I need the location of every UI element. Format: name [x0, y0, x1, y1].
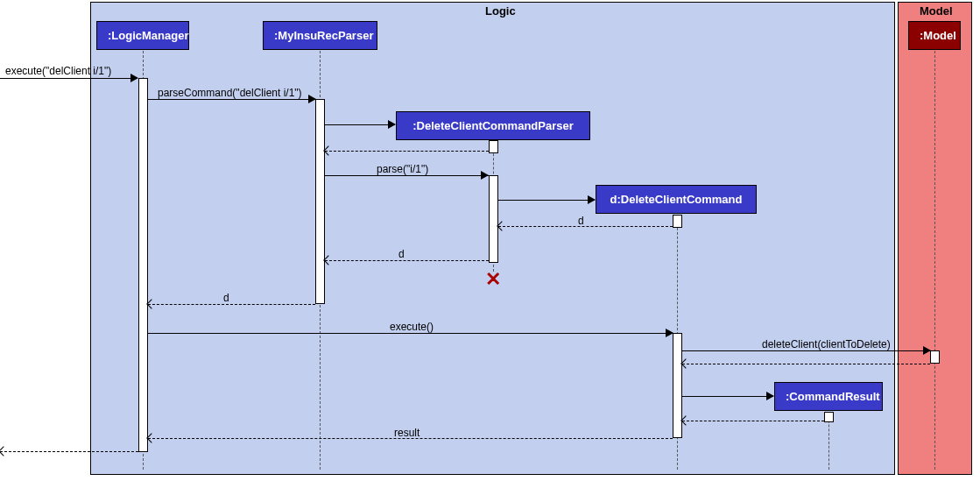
arrow-return-d3: [148, 304, 315, 305]
lifeline-model: [934, 51, 935, 470]
msg-parse-command: parseCommand("delClient i/1"): [158, 87, 302, 99]
activation-dcc-1: [673, 215, 682, 228]
arrow-parse-command: [148, 99, 316, 100]
arrow-result: [148, 438, 673, 439]
arrowhead-execute: [666, 329, 673, 337]
arrowhead-create-dcc: [588, 195, 596, 204]
sequence-diagram: Logic Model :LogicManager :MyInsuRecPars…: [0, 0, 980, 481]
arrow-return-cr: [682, 421, 824, 421]
msg-return-d2: d: [398, 248, 405, 260]
arrow-parse: [325, 175, 489, 176]
arrow-return-model: [682, 364, 930, 364]
frame-logic-label: Logic: [485, 4, 516, 18]
participant-logic-manager: :LogicManager: [96, 21, 189, 50]
activation-cr: [824, 412, 834, 422]
destroy-icon: ✕: [485, 268, 501, 291]
arrow-execute-in: [0, 78, 137, 79]
msg-execute: execute(): [390, 321, 434, 333]
activation-model: [930, 350, 940, 364]
activation-dcc-2: [673, 333, 682, 438]
arrowhead-create-dccp: [388, 120, 396, 129]
arrow-create-dccp: [325, 124, 395, 125]
activation-dccp-2: [489, 175, 498, 263]
arrow-return-out: [0, 451, 138, 452]
arrow-create-cr: [682, 396, 773, 397]
msg-parse: parse("i/1"): [377, 163, 428, 175]
activation-dccp-1: [489, 140, 498, 153]
msg-result: result: [394, 427, 419, 439]
arrowhead-parse: [481, 171, 489, 180]
arrowhead-delete-client: [923, 346, 931, 355]
arrowhead-execute-in: [130, 74, 138, 82]
participant-delete-client-command: d:DeleteClientCommand: [596, 185, 757, 214]
msg-return-d1: d: [578, 215, 584, 227]
arrow-create-dcc: [498, 200, 595, 201]
msg-execute-in: execute("delClient i/1"): [5, 65, 111, 77]
msg-return-d3: d: [223, 292, 229, 304]
arrow-delete-client: [682, 350, 930, 351]
participant-delete-client-command-parser: :DeleteClientCommandParser: [396, 111, 590, 140]
participant-model: :Model: [908, 21, 961, 50]
msg-delete-client: deleteClient(clientToDelete): [762, 338, 891, 350]
arrow-execute: [148, 333, 673, 334]
arrowhead-parse-command: [308, 95, 316, 103]
arrow-return-d1: [498, 226, 673, 227]
frame-model-label: Model: [920, 4, 953, 18]
arrow-return-d2: [325, 260, 489, 261]
arrowhead-create-cr: [766, 392, 774, 400]
activation-lm: [138, 78, 148, 452]
arrowhead-return-out: [0, 446, 9, 456]
participant-command-result: :CommandResult: [774, 382, 883, 411]
arrow-return-dccp: [325, 151, 489, 152]
participant-myinsurec-parser: :MyInsuRecParser: [263, 21, 377, 50]
activation-mp: [315, 99, 325, 304]
